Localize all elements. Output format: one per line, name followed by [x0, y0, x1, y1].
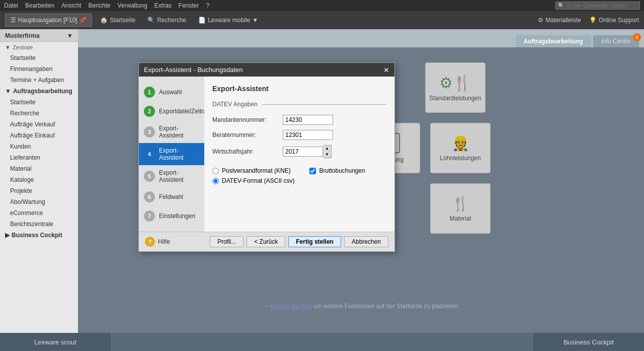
step-label-4: Export-Assistent: [159, 147, 199, 161]
tab-info-center[interactable]: Info Center 4: [593, 35, 639, 47]
chevron-down-icon: ▼: [252, 17, 258, 24]
recherche-icon: 🔍: [147, 17, 155, 24]
wirtschaftsjahr-input[interactable]: [283, 147, 323, 157]
sidebar-item-projekte[interactable]: Projekte: [0, 185, 78, 196]
menu-berichte[interactable]: Berichte: [88, 2, 110, 9]
format-section: Postversandformat (KNE) DATEV-Format (AS…: [212, 167, 386, 187]
form-row-beraternummer: Beraternummer:: [212, 130, 386, 140]
widget-area: ⚙🍴 Standardleistungen € Rechnung 👷 Lohnl…: [78, 47, 644, 333]
beraternummer-input[interactable]: [283, 130, 333, 140]
search-box[interactable]: 🔍: [555, 2, 640, 10]
sidebar-item-kataloge[interactable]: Kataloge: [0, 174, 78, 185]
sidebar-item-startseite-auftr[interactable]: Startseite: [0, 97, 78, 108]
materialiste-button[interactable]: ⚙ Materialleiste: [538, 17, 581, 24]
sidebar-item-ecommerce[interactable]: eCommerce: [0, 207, 78, 219]
mobile-button[interactable]: 📄 Lexware mobile ▼: [194, 15, 262, 25]
radio-ascii[interactable]: [212, 178, 219, 184]
chevron-icon: ▼: [5, 44, 11, 50]
menu-ansicht[interactable]: Ansicht: [61, 2, 81, 9]
checkbox-bruttobuchungen-label: Bruttobuchungen: [319, 167, 365, 174]
menu-fenster[interactable]: Fenster: [179, 2, 199, 9]
bottom-bar: Lexware scout Business Cockpit: [0, 333, 644, 351]
step-1[interactable]: 1 Auswahl: [139, 83, 204, 102]
step-label-3: Export-Assistent: [159, 125, 199, 139]
support-button[interactable]: 💡 Online Support: [589, 17, 639, 24]
main-nav-button[interactable]: ☰ Hauptnavigation [F10] 📌: [5, 14, 92, 27]
mandantennummer-input[interactable]: [283, 115, 333, 125]
nav-icon: ☰: [11, 17, 16, 24]
menu-bearbeiten[interactable]: Bearbeiten: [25, 2, 54, 9]
dialog-body: 1 Auswahl 2 Exportdatei/Zeitraum: [139, 77, 394, 232]
sidebar-item-recherche[interactable]: Recherche: [0, 108, 78, 119]
spin-buttons: ▲ ▼: [323, 145, 332, 158]
step-circle-1: 1: [144, 87, 155, 98]
sidebar-item-lieferanten[interactable]: Lieferanten: [0, 152, 78, 163]
dialog-title-bar: Export-Assistent - Buchungsdaten ✕: [139, 63, 394, 77]
step-2[interactable]: 2 Exportdatei/Zeitraum: [139, 102, 204, 121]
home-button[interactable]: 🏠 Startseite: [96, 15, 139, 25]
checkbox-row-bruttobuchungen: Bruttobuchungen: [309, 167, 365, 174]
mandantennummer-label: Mandantennummer:: [212, 116, 283, 123]
sidebar-item-material[interactable]: Material: [0, 163, 78, 174]
support-icon: 💡: [589, 17, 597, 24]
sidebar-section-cockpit[interactable]: ▶ Business Cockpit: [0, 230, 78, 241]
search-input[interactable]: [567, 3, 637, 9]
dialog-overlay: Export-Assistent - Buchungsdaten ✕ 1 Aus…: [78, 47, 644, 333]
tab-auftragsbearbeitung[interactable]: Auftragsbearbeitung: [516, 35, 591, 47]
menu-datei[interactable]: Datei: [4, 2, 18, 9]
step-circle-7: 7: [144, 210, 155, 222]
recherche-button[interactable]: 🔍 Recherche: [143, 15, 190, 25]
dialog-close-button[interactable]: ✕: [383, 66, 389, 74]
mobile-icon: 📄: [198, 17, 206, 24]
company-selector[interactable]: Musterfirma ▼: [0, 29, 78, 42]
spin-up-button[interactable]: ▲: [323, 146, 331, 152]
sidebar-item-startseite-zentrale[interactable]: Startseite: [0, 52, 78, 63]
step-4[interactable]: 4 Export-Assistent: [139, 143, 204, 165]
step-5[interactable]: 5 Export-Assistent: [139, 165, 204, 187]
beraternummer-label: Beraternummer:: [212, 131, 283, 138]
menu-verwaltung[interactable]: Verwaltung: [117, 2, 147, 9]
sidebar-item-auftraege-einkauf[interactable]: Aufträge Einkauf: [0, 130, 78, 141]
business-cockpit-button[interactable]: Business Cockpit: [533, 333, 644, 351]
company-name: Musterfirma: [5, 32, 40, 39]
radio-kne-label: Postversandformat (KNE): [222, 167, 291, 174]
menu-extras[interactable]: Extras: [154, 2, 172, 9]
help-button[interactable]: ? Hilfe: [145, 237, 170, 247]
profil-button[interactable]: Profil...: [210, 236, 244, 247]
step-circle-4: 4: [144, 149, 155, 160]
cancel-button[interactable]: Abbrechen: [344, 236, 388, 247]
sidebar-section-auftragsbearbeitung[interactable]: ▼ Auftragsbearbeitung: [0, 86, 78, 97]
lexware-scout-button[interactable]: Lexware scout: [0, 333, 111, 351]
step-6[interactable]: 6 Feldwahl: [139, 187, 204, 206]
step-7[interactable]: 7 Einstellungen: [139, 206, 204, 226]
sidebar-item-kunden[interactable]: Kunden: [0, 141, 78, 152]
sidebar-section-zentrale[interactable]: ▼ Zentrale: [0, 42, 78, 52]
sidebar-item-auftraege-verkauf[interactable]: Aufträge Verkauf: [0, 119, 78, 130]
search-icon: 🔍: [558, 3, 565, 9]
sidebar-item-firmenangaben[interactable]: Firmenangaben: [0, 63, 78, 75]
back-button[interactable]: < Zurück: [247, 236, 285, 247]
main-nav-label: Hauptnavigation [F10]: [18, 17, 77, 24]
finish-button[interactable]: Fertig stellen: [288, 236, 341, 247]
chevron-right-icon: ▶: [5, 232, 10, 239]
step-label-1: Auswahl: [159, 89, 182, 96]
wirtschaftsjahr-label: Wirtschaftsjahr:: [212, 148, 283, 155]
radio-kne[interactable]: [212, 168, 219, 174]
content-area: Auftragsbearbeitung Info Center 4 ⚙🍴 Sta…: [78, 29, 644, 333]
checkbox-bruttobuchungen[interactable]: [309, 168, 316, 174]
menu-help[interactable]: ?: [206, 2, 210, 9]
sidebar-item-termine[interactable]: Termine + Aufgaben: [0, 75, 78, 86]
sidebar-item-berichtszentrale[interactable]: Berichtszentrale: [0, 219, 78, 230]
step-circle-5: 5: [144, 171, 155, 182]
sidebar-item-abowartung[interactable]: Abo/Wartung: [0, 196, 78, 207]
notification-badge: 4: [633, 33, 641, 41]
menu-bar: Datei Bearbeiten Ansicht Berichte Verwal…: [0, 0, 644, 11]
radio-ascii-label: DATEV-Format (ASCII csv): [222, 177, 294, 184]
toolbar: ☰ Hauptnavigation [F10] 📌 🏠 Startseite 🔍…: [0, 11, 644, 29]
sidebar: Musterfirma ▼ ▼ Zentrale Startseite Firm…: [0, 29, 78, 333]
wirtschaftsjahr-spinner: ▲ ▼: [283, 145, 332, 158]
chevron-down-icon: ▼: [67, 32, 73, 39]
step-label-7: Einstellungen: [159, 213, 195, 220]
step-3[interactable]: 3 Export-Assistent: [139, 121, 204, 143]
spin-down-button[interactable]: ▼: [323, 152, 331, 158]
